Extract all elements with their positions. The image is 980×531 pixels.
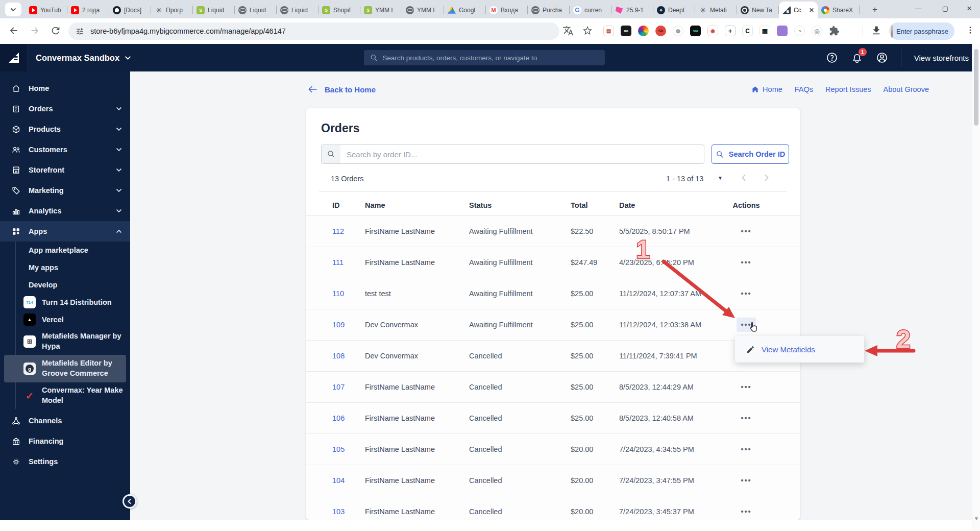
sidebar-subitem-develop[interactable]: Develop — [0, 276, 130, 294]
back-to-home-link[interactable]: Back to Home — [308, 85, 376, 94]
sidebar-subitem-metafields-editor-by-groove-commerce[interactable]: gMetafields Editor byGroove Commerce — [4, 355, 126, 382]
glasses-ext-icon[interactable]: oo — [621, 26, 631, 36]
order-id-link[interactable]: 106 — [332, 414, 345, 422]
scrollbar-down-arrow[interactable]: ▼ — [974, 516, 979, 521]
recorder-ext-icon[interactable]: ◉ — [707, 26, 718, 36]
browser-tab[interactable]: Прогр — [151, 2, 193, 18]
nav-link-report-issues[interactable]: Report Issues — [825, 85, 871, 93]
tab-search-button[interactable] — [5, 3, 21, 16]
browser-tab[interactable]: Liquid — [235, 2, 277, 18]
sidebar-item-channels[interactable]: Channels — [0, 411, 130, 431]
qr-ext-icon[interactable]: ▦ — [760, 26, 770, 36]
bigcommerce-logo[interactable] — [0, 44, 28, 71]
doc-off-ext-icon[interactable]: ▤ — [603, 26, 614, 36]
order-id-link[interactable]: 104 — [332, 476, 345, 485]
scrollbar-thumb[interactable] — [974, 49, 978, 126]
nav-link-home[interactable]: Home — [751, 85, 782, 93]
window-close-button[interactable]: ✕ — [960, 0, 979, 16]
browser-tab[interactable]: Liquid — [193, 2, 235, 18]
reload-button[interactable] — [50, 25, 62, 37]
order-actions-button[interactable]: ••• — [737, 442, 755, 456]
order-actions-button[interactable]: ••• — [737, 504, 755, 519]
sidebar-subitem-turn-14-distribution[interactable]: 714Turn 14 Distribution — [0, 294, 130, 311]
browser-tab[interactable]: Metafi — [695, 2, 737, 18]
browser-tab[interactable]: curren — [570, 2, 611, 18]
globe-dots-ext-icon[interactable]: ◍ — [673, 26, 683, 36]
order-actions-button[interactable]: ••• — [737, 255, 755, 270]
forward-button[interactable] — [29, 25, 41, 37]
browser-tab[interactable]: DeepL — [653, 2, 695, 18]
address-bar[interactable]: store-b6yfjmpa4g.mybigcommerce.com/manag… — [68, 22, 559, 40]
browser-tab[interactable]: New Ta — [737, 2, 779, 18]
order-actions-button[interactable]: ••• — [737, 286, 755, 301]
view-storefronts-button[interactable]: View storefronts — [914, 54, 973, 62]
browser-tab[interactable]: Входя — [486, 2, 528, 18]
sidebar-item-storefront[interactable]: Storefront — [0, 160, 130, 180]
browser-tab[interactable]: Googl — [444, 2, 486, 18]
c-arc-ext-icon[interactable]: C — [742, 26, 753, 36]
order-search-input[interactable] — [340, 150, 704, 159]
order-id-link[interactable]: 103 — [332, 508, 345, 516]
order-id-link[interactable]: 112 — [332, 227, 344, 235]
sidebar-item-apps[interactable]: Apps — [0, 221, 130, 242]
nav-link-about-groove[interactable]: About Groove — [884, 85, 929, 93]
store-switcher[interactable]: Convermax Sandbox — [36, 44, 131, 71]
order-id-link[interactable]: 105 — [332, 445, 345, 453]
browser-tab[interactable]: YMM I — [402, 2, 444, 18]
help-icon[interactable] — [826, 52, 838, 64]
downloads-icon[interactable] — [871, 25, 883, 37]
sidebar-item-home[interactable]: Home — [0, 78, 130, 99]
order-actions-button[interactable]: ••• — [737, 380, 755, 394]
sidebar-item-marketing[interactable]: Marketing — [0, 180, 130, 201]
new-tab-button[interactable]: + — [868, 3, 882, 16]
sidebar-subitem-metafields-manager-by-hypa[interactable]: ⊞Metafields Manager byHypa — [0, 328, 130, 355]
green-globe-ext-icon[interactable]: ◔ — [794, 26, 805, 36]
browser-tab-active[interactable]: Cc✕ — [779, 2, 818, 18]
page-scrollbar[interactable]: ▼ — [972, 44, 980, 531]
search-order-id-button[interactable]: Search Order ID — [712, 144, 789, 164]
sidebar-subitem-vercel[interactable]: ▲Vercel — [0, 311, 130, 328]
notifications-bell-icon[interactable]: 1 — [851, 52, 863, 64]
sidebar-item-customers[interactable]: Customers — [0, 139, 130, 160]
pagination-next-button[interactable] — [761, 173, 772, 184]
nav-link-faqs[interactable]: FAQs — [795, 85, 813, 93]
tab-close-icon[interactable]: ✕ — [809, 7, 814, 14]
window-maximize-button[interactable]: ▢ — [936, 0, 955, 16]
browser-tab[interactable]: 25.9-1 — [611, 2, 653, 18]
order-id-link[interactable]: 107 — [332, 383, 345, 391]
browser-tab[interactable]: 2 года — [67, 2, 109, 18]
sd-ext-icon[interactable]: SD — [655, 26, 666, 36]
order-id-link[interactable]: 109 — [332, 321, 345, 329]
global-search[interactable] — [364, 50, 605, 65]
order-id-link[interactable]: 111 — [332, 258, 344, 267]
puzzle-ext-icon[interactable] — [829, 26, 840, 36]
sidebar-item-products[interactable]: Products — [0, 119, 130, 139]
profile-button[interactable]: Enter passphrase — [889, 22, 954, 40]
global-search-input[interactable] — [382, 54, 599, 62]
sidebar-item-analytics[interactable]: Analytics — [0, 201, 130, 221]
browser-tab[interactable]: Liquid — [277, 2, 318, 18]
order-id-link[interactable]: 108 — [332, 352, 345, 360]
bookmark-star-icon[interactable] — [582, 25, 594, 37]
translate-icon[interactable] — [562, 25, 575, 37]
browser-tab[interactable]: [Docs] — [109, 2, 151, 18]
sidebar-item-settings[interactable]: Settings — [0, 451, 130, 472]
sih-ext-icon[interactable]: SIH — [690, 26, 701, 36]
sidebar-item-financing[interactable]: Financing — [0, 431, 130, 451]
sidebar-subitem-convermax-year-make-model[interactable]: ✓Convermax: Year MakeModel — [0, 382, 130, 409]
browser-tab[interactable]: ShareX — [818, 2, 860, 18]
view-metafields-menu-item[interactable]: View Metafields — [762, 345, 815, 354]
sidebar-subitem-my-apps[interactable]: My apps — [0, 259, 130, 276]
order-actions-button[interactable]: ••• — [737, 411, 755, 425]
purple-ext-icon[interactable] — [777, 26, 788, 36]
rings-ext-icon[interactable]: ◎ — [812, 26, 822, 36]
browser-tab[interactable]: Shopif — [318, 2, 360, 18]
pagination-caret-icon[interactable]: ▼ — [718, 175, 723, 181]
order-actions-button[interactable]: ••• — [737, 473, 755, 488]
sidebar-subitem-app-marketplace[interactable]: App marketplace — [0, 242, 130, 259]
sidebar-collapse-button[interactable] — [122, 494, 137, 509]
color-wheel-ext-icon[interactable] — [638, 26, 649, 36]
sidebar-item-orders[interactable]: Orders — [0, 99, 130, 119]
back-button[interactable] — [8, 25, 20, 37]
browser-tab[interactable]: Purcha — [528, 2, 570, 18]
